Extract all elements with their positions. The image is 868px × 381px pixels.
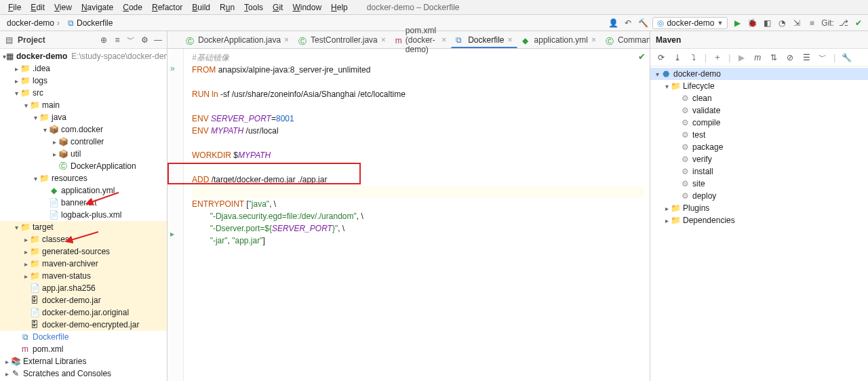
git-commit-icon[interactable]: ✔ xyxy=(853,18,864,28)
tree-java[interactable]: ▾📁java xyxy=(0,111,167,123)
expand-toggle[interactable]: ▸ xyxy=(12,65,20,73)
expand-all-icon[interactable]: ≡ xyxy=(113,35,122,45)
menu-window[interactable]: Window xyxy=(288,1,326,14)
tree-encrypted-jar[interactable]: 🗄docker-demo-encrypted.jar xyxy=(0,319,167,331)
expand-toggle[interactable]: ▾ xyxy=(22,102,30,109)
expand-toggle[interactable]: ▸ xyxy=(12,77,20,85)
user-icon[interactable]: 👤 xyxy=(608,18,618,28)
attach-icon[interactable]: ⇲ xyxy=(791,18,802,28)
tree-target[interactable]: ▾📁target xyxy=(0,221,167,233)
menu-help[interactable]: Help xyxy=(327,1,352,14)
skip-tests-icon[interactable]: ⊘ xyxy=(785,52,795,63)
maven-deps[interactable]: ▸📁Dependencies xyxy=(650,214,868,226)
toggle-offline-icon[interactable]: ⇅ xyxy=(768,52,779,63)
menu-build[interactable]: Build xyxy=(188,1,214,14)
collapse-all-icon[interactable]: ﹀ xyxy=(126,35,136,45)
expand-toggle[interactable]: ▾ xyxy=(663,83,671,90)
menu-git[interactable]: Git xyxy=(269,1,287,14)
tree-root[interactable]: ▾▦docker-demoE:\study-space\docker-demo xyxy=(0,50,167,62)
menu-file[interactable]: File xyxy=(4,1,25,14)
expand-toggle[interactable]: ▸ xyxy=(663,205,671,212)
editor-body[interactable]: » ▸ #基础镜像 FROM anapsix/alpine-java:8_ser… xyxy=(167,49,650,381)
hammer-icon[interactable]: 🔨 xyxy=(637,18,648,28)
tree-logback[interactable]: 📄logback-plus.xml xyxy=(0,209,167,221)
menu-refactor[interactable]: Refactor xyxy=(148,1,186,14)
close-icon[interactable]: × xyxy=(591,35,596,45)
project-view-icon[interactable]: ▤ xyxy=(4,35,14,45)
tab-dockerfile[interactable]: ⧉Dockerfile× xyxy=(451,32,517,48)
expand-toggle[interactable]: ▸ xyxy=(50,138,58,146)
expand-toggle[interactable]: ▸ xyxy=(50,151,58,158)
expand-toggle[interactable]: ▸ xyxy=(3,370,11,378)
close-icon[interactable]: × xyxy=(508,35,513,45)
crumb-file[interactable]: ⧉ Dockerfile xyxy=(65,18,115,28)
close-icon[interactable]: × xyxy=(441,35,446,45)
download-icon[interactable]: ⤵ xyxy=(688,52,699,63)
tree-pom[interactable]: mpom.xml xyxy=(0,343,167,355)
maven-goal-compile[interactable]: ⚙compile xyxy=(650,117,868,129)
expand-toggle[interactable]: ▾ xyxy=(12,224,20,231)
tab-applicationyml[interactable]: ◆application.yml× xyxy=(517,32,601,48)
maven-goal-package[interactable]: ⚙package xyxy=(650,141,868,153)
show-deps-icon[interactable]: ☰ xyxy=(801,52,812,63)
tree-resources[interactable]: ▾📁resources xyxy=(0,172,167,184)
expand-toggle[interactable]: ▸ xyxy=(663,217,671,224)
maven-tree[interactable]: ▾⬣docker-demo ▾📁Lifecycle ⚙clean ⚙valida… xyxy=(650,66,868,381)
crumb-project[interactable]: docker-demo › xyxy=(4,18,62,28)
tree-controller[interactable]: ▸📦controller xyxy=(0,136,167,148)
tree-gensources[interactable]: ▸📁generated-sources xyxy=(0,245,167,258)
collapse-icon[interactable]: ﹀ xyxy=(817,52,828,63)
run-icon[interactable]: ▶ xyxy=(732,18,743,28)
generate-icon[interactable]: ⤓ xyxy=(672,52,683,63)
git-branch-icon[interactable]: ⎇ xyxy=(838,18,849,28)
maven-goal-test[interactable]: ⚙test xyxy=(650,129,868,141)
tree-util[interactable]: ▸📦util xyxy=(0,148,167,160)
tree-dockerfile[interactable]: ⧉Dockerfile xyxy=(0,331,167,343)
stop-icon[interactable]: ■ xyxy=(806,18,817,28)
tree-logs[interactable]: ▸📁logs xyxy=(0,75,167,87)
tree-idea[interactable]: ▸📁.idea xyxy=(0,62,167,75)
execute-goal-icon[interactable]: m xyxy=(752,52,763,63)
maven-goal-clean[interactable]: ⚙clean xyxy=(650,92,868,104)
inspection-ok-icon[interactable]: ✔ xyxy=(638,52,646,62)
menu-navigate[interactable]: Navigate xyxy=(77,1,117,14)
project-tree[interactable]: ▾▦docker-demoE:\study-space\docker-demo … xyxy=(0,49,167,381)
expand-toggle[interactable]: ▾ xyxy=(31,175,39,182)
tab-pom[interactable]: mpom.xml (docker-demo)× xyxy=(391,32,451,48)
tree-appjar-sha[interactable]: 📄app.jar.sha256 xyxy=(0,282,167,294)
expand-toggle[interactable]: ▾ xyxy=(12,89,20,97)
debug-icon[interactable]: 🐞 xyxy=(747,18,757,28)
expand-toggle[interactable]: ▸ xyxy=(22,248,30,256)
tree-dockerapp-class[interactable]: ⒸDockerApplication xyxy=(0,160,167,172)
tree-maven-status[interactable]: ▸📁maven-status xyxy=(0,270,167,282)
maven-plugins[interactable]: ▸📁Plugins xyxy=(650,202,868,214)
tree-appyml[interactable]: ◆application.yml xyxy=(0,184,167,197)
back-icon[interactable]: ↶ xyxy=(623,18,633,28)
close-icon[interactable]: × xyxy=(381,35,386,45)
menu-view[interactable]: View xyxy=(50,1,76,14)
maven-goal-verify[interactable]: ⚙verify xyxy=(650,153,868,165)
expand-toggle[interactable]: ▸ xyxy=(22,260,30,268)
run-gutter-icon[interactable]: » xyxy=(170,64,175,73)
tab-dockerapplication[interactable]: ⒸDockerApplication.java× xyxy=(181,32,294,48)
coverage-icon[interactable]: ◧ xyxy=(762,18,772,28)
expand-toggle[interactable]: ▾ xyxy=(653,71,661,78)
maven-root[interactable]: ▾⬣docker-demo xyxy=(650,68,868,80)
tree-pkg[interactable]: ▾📦com.docker xyxy=(0,123,167,136)
expand-toggle[interactable]: ▸ xyxy=(22,236,30,243)
tree-jar-original[interactable]: 📄docker-demo.jar.original xyxy=(0,306,167,319)
tree-docker-demo-jar[interactable]: 🗄docker-demo.jar xyxy=(0,294,167,306)
maven-settings-icon[interactable]: 🔧 xyxy=(841,52,852,63)
gutter[interactable]: » ▸ xyxy=(167,49,184,381)
tree-classes[interactable]: ▸📁classes xyxy=(0,233,167,245)
reload-icon[interactable]: ⟳ xyxy=(656,52,667,63)
hide-panel-icon[interactable]: — xyxy=(153,35,163,45)
maven-goal-deploy[interactable]: ⚙deploy xyxy=(650,190,868,202)
tree-maven-archiver[interactable]: ▸📁maven-archiver xyxy=(0,258,167,270)
run-gutter-icon[interactable]: ▸ xyxy=(170,229,174,239)
run-config-selector[interactable]: ◎ docker-demo ▼ xyxy=(652,17,728,29)
tab-testcontroller[interactable]: ⒸTestController.java× xyxy=(294,32,391,48)
profile-icon[interactable]: ◔ xyxy=(776,18,787,28)
maven-goal-validate[interactable]: ⚙validate xyxy=(650,104,868,117)
maven-lifecycle[interactable]: ▾📁Lifecycle xyxy=(650,80,868,92)
